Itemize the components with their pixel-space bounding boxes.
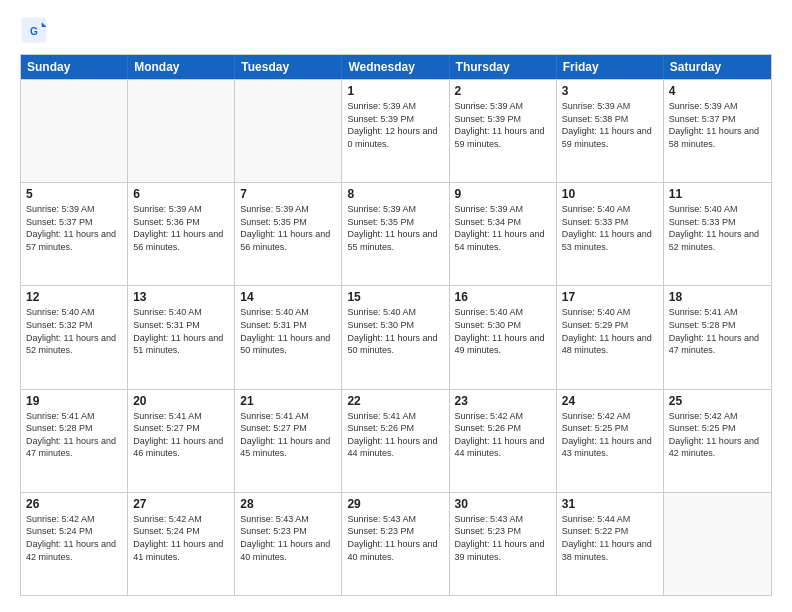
calendar-body: 1 Sunrise: 5:39 AM Sunset: 5:39 PM Dayli… — [21, 79, 771, 595]
day-number: 7 — [240, 187, 336, 201]
day-cell-26: 26 Sunrise: 5:42 AM Sunset: 5:24 PM Dayl… — [21, 493, 128, 595]
day-cell-6: 6 Sunrise: 5:39 AM Sunset: 5:36 PM Dayli… — [128, 183, 235, 285]
day-number: 26 — [26, 497, 122, 511]
day-number: 5 — [26, 187, 122, 201]
calendar-row-3: 12 Sunrise: 5:40 AM Sunset: 5:32 PM Dayl… — [21, 285, 771, 388]
day-info: Sunrise: 5:40 AM Sunset: 5:29 PM Dayligh… — [562, 306, 658, 356]
day-number: 31 — [562, 497, 658, 511]
day-info: Sunrise: 5:40 AM Sunset: 5:33 PM Dayligh… — [669, 203, 766, 253]
day-number: 18 — [669, 290, 766, 304]
logo: G — [20, 16, 52, 44]
day-number: 13 — [133, 290, 229, 304]
day-cell-18: 18 Sunrise: 5:41 AM Sunset: 5:28 PM Dayl… — [664, 286, 771, 388]
day-info: Sunrise: 5:42 AM Sunset: 5:25 PM Dayligh… — [562, 410, 658, 460]
day-info: Sunrise: 5:42 AM Sunset: 5:25 PM Dayligh… — [669, 410, 766, 460]
day-info: Sunrise: 5:40 AM Sunset: 5:32 PM Dayligh… — [26, 306, 122, 356]
header-day-saturday: Saturday — [664, 55, 771, 79]
day-info: Sunrise: 5:39 AM Sunset: 5:34 PM Dayligh… — [455, 203, 551, 253]
day-info: Sunrise: 5:40 AM Sunset: 5:31 PM Dayligh… — [133, 306, 229, 356]
day-cell-27: 27 Sunrise: 5:42 AM Sunset: 5:24 PM Dayl… — [128, 493, 235, 595]
day-number: 19 — [26, 394, 122, 408]
day-info: Sunrise: 5:39 AM Sunset: 5:36 PM Dayligh… — [133, 203, 229, 253]
day-cell-10: 10 Sunrise: 5:40 AM Sunset: 5:33 PM Dayl… — [557, 183, 664, 285]
day-number: 3 — [562, 84, 658, 98]
day-info: Sunrise: 5:42 AM Sunset: 5:24 PM Dayligh… — [133, 513, 229, 563]
day-info: Sunrise: 5:41 AM Sunset: 5:28 PM Dayligh… — [26, 410, 122, 460]
day-number: 11 — [669, 187, 766, 201]
empty-cell — [235, 80, 342, 182]
day-number: 28 — [240, 497, 336, 511]
day-info: Sunrise: 5:40 AM Sunset: 5:30 PM Dayligh… — [455, 306, 551, 356]
day-number: 15 — [347, 290, 443, 304]
day-info: Sunrise: 5:40 AM Sunset: 5:30 PM Dayligh… — [347, 306, 443, 356]
calendar-row-2: 5 Sunrise: 5:39 AM Sunset: 5:37 PM Dayli… — [21, 182, 771, 285]
day-cell-11: 11 Sunrise: 5:40 AM Sunset: 5:33 PM Dayl… — [664, 183, 771, 285]
day-info: Sunrise: 5:40 AM Sunset: 5:33 PM Dayligh… — [562, 203, 658, 253]
day-info: Sunrise: 5:41 AM Sunset: 5:27 PM Dayligh… — [133, 410, 229, 460]
day-cell-24: 24 Sunrise: 5:42 AM Sunset: 5:25 PM Dayl… — [557, 390, 664, 492]
day-cell-19: 19 Sunrise: 5:41 AM Sunset: 5:28 PM Dayl… — [21, 390, 128, 492]
day-cell-4: 4 Sunrise: 5:39 AM Sunset: 5:37 PM Dayli… — [664, 80, 771, 182]
day-number: 29 — [347, 497, 443, 511]
day-cell-21: 21 Sunrise: 5:41 AM Sunset: 5:27 PM Dayl… — [235, 390, 342, 492]
day-number: 24 — [562, 394, 658, 408]
day-cell-25: 25 Sunrise: 5:42 AM Sunset: 5:25 PM Dayl… — [664, 390, 771, 492]
day-cell-17: 17 Sunrise: 5:40 AM Sunset: 5:29 PM Dayl… — [557, 286, 664, 388]
day-info: Sunrise: 5:39 AM Sunset: 5:39 PM Dayligh… — [347, 100, 443, 150]
header-day-sunday: Sunday — [21, 55, 128, 79]
calendar: SundayMondayTuesdayWednesdayThursdayFrid… — [20, 54, 772, 596]
day-cell-15: 15 Sunrise: 5:40 AM Sunset: 5:30 PM Dayl… — [342, 286, 449, 388]
header: G — [20, 16, 772, 44]
day-number: 20 — [133, 394, 229, 408]
day-info: Sunrise: 5:44 AM Sunset: 5:22 PM Dayligh… — [562, 513, 658, 563]
day-number: 6 — [133, 187, 229, 201]
day-number: 10 — [562, 187, 658, 201]
calendar-row-5: 26 Sunrise: 5:42 AM Sunset: 5:24 PM Dayl… — [21, 492, 771, 595]
day-cell-12: 12 Sunrise: 5:40 AM Sunset: 5:32 PM Dayl… — [21, 286, 128, 388]
calendar-header: SundayMondayTuesdayWednesdayThursdayFrid… — [21, 55, 771, 79]
header-day-tuesday: Tuesday — [235, 55, 342, 79]
day-number: 21 — [240, 394, 336, 408]
day-number: 22 — [347, 394, 443, 408]
day-cell-31: 31 Sunrise: 5:44 AM Sunset: 5:22 PM Dayl… — [557, 493, 664, 595]
day-info: Sunrise: 5:39 AM Sunset: 5:37 PM Dayligh… — [669, 100, 766, 150]
day-cell-14: 14 Sunrise: 5:40 AM Sunset: 5:31 PM Dayl… — [235, 286, 342, 388]
day-number: 12 — [26, 290, 122, 304]
day-info: Sunrise: 5:39 AM Sunset: 5:38 PM Dayligh… — [562, 100, 658, 150]
day-info: Sunrise: 5:39 AM Sunset: 5:39 PM Dayligh… — [455, 100, 551, 150]
day-number: 16 — [455, 290, 551, 304]
day-cell-30: 30 Sunrise: 5:43 AM Sunset: 5:23 PM Dayl… — [450, 493, 557, 595]
header-day-monday: Monday — [128, 55, 235, 79]
day-number: 14 — [240, 290, 336, 304]
day-info: Sunrise: 5:43 AM Sunset: 5:23 PM Dayligh… — [455, 513, 551, 563]
day-info: Sunrise: 5:41 AM Sunset: 5:27 PM Dayligh… — [240, 410, 336, 460]
day-cell-29: 29 Sunrise: 5:43 AM Sunset: 5:23 PM Dayl… — [342, 493, 449, 595]
day-number: 2 — [455, 84, 551, 98]
day-info: Sunrise: 5:42 AM Sunset: 5:26 PM Dayligh… — [455, 410, 551, 460]
day-number: 9 — [455, 187, 551, 201]
day-number: 27 — [133, 497, 229, 511]
day-info: Sunrise: 5:39 AM Sunset: 5:35 PM Dayligh… — [240, 203, 336, 253]
day-info: Sunrise: 5:43 AM Sunset: 5:23 PM Dayligh… — [347, 513, 443, 563]
day-cell-13: 13 Sunrise: 5:40 AM Sunset: 5:31 PM Dayl… — [128, 286, 235, 388]
calendar-row-1: 1 Sunrise: 5:39 AM Sunset: 5:39 PM Dayli… — [21, 79, 771, 182]
page: G SundayMondayTuesdayWednesdayThursdayFr… — [0, 0, 792, 612]
header-day-wednesday: Wednesday — [342, 55, 449, 79]
day-number: 23 — [455, 394, 551, 408]
day-cell-22: 22 Sunrise: 5:41 AM Sunset: 5:26 PM Dayl… — [342, 390, 449, 492]
day-cell-28: 28 Sunrise: 5:43 AM Sunset: 5:23 PM Dayl… — [235, 493, 342, 595]
logo-icon: G — [20, 16, 48, 44]
day-number: 25 — [669, 394, 766, 408]
day-cell-20: 20 Sunrise: 5:41 AM Sunset: 5:27 PM Dayl… — [128, 390, 235, 492]
day-number: 17 — [562, 290, 658, 304]
day-number: 8 — [347, 187, 443, 201]
day-number: 4 — [669, 84, 766, 98]
day-cell-5: 5 Sunrise: 5:39 AM Sunset: 5:37 PM Dayli… — [21, 183, 128, 285]
day-info: Sunrise: 5:42 AM Sunset: 5:24 PM Dayligh… — [26, 513, 122, 563]
day-number: 30 — [455, 497, 551, 511]
day-info: Sunrise: 5:43 AM Sunset: 5:23 PM Dayligh… — [240, 513, 336, 563]
day-info: Sunrise: 5:40 AM Sunset: 5:31 PM Dayligh… — [240, 306, 336, 356]
day-cell-3: 3 Sunrise: 5:39 AM Sunset: 5:38 PM Dayli… — [557, 80, 664, 182]
header-day-thursday: Thursday — [450, 55, 557, 79]
empty-cell — [128, 80, 235, 182]
